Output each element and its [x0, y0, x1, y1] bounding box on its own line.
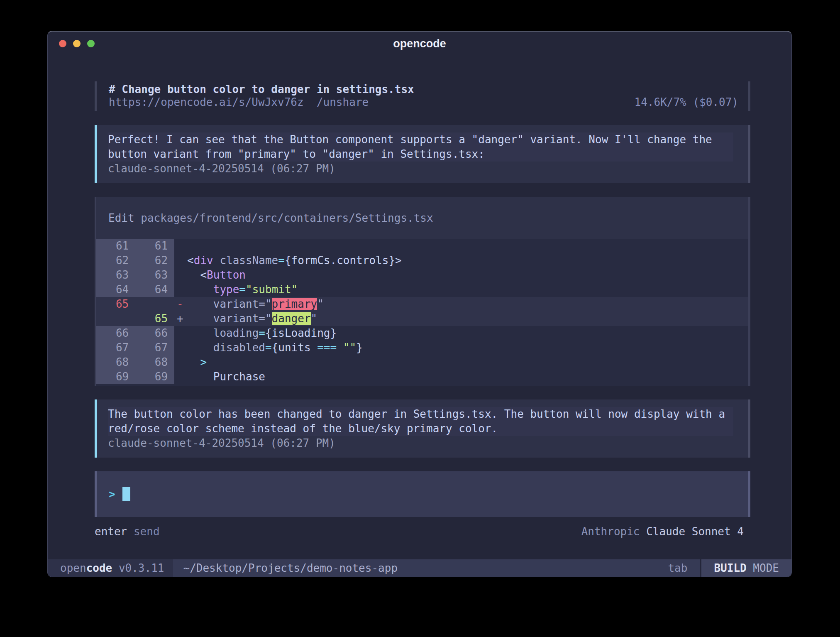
code-line: <Button: [187, 268, 246, 282]
diff-marker: [174, 253, 187, 268]
code-token: "submit": [246, 283, 298, 296]
cwd-segment: ~/Desktop/Projects/demo-notes-app tab: [173, 559, 700, 577]
edit-action-label: Edit: [108, 212, 134, 224]
gutter-old-line-number: 65: [96, 297, 135, 311]
code-token: }: [356, 341, 363, 354]
gutter-old-line-number: 61: [96, 239, 135, 253]
key-hint-tab: tab: [668, 559, 700, 577]
gutter-new-line-number: 61: [135, 239, 174, 253]
code-token: <: [187, 269, 207, 281]
code-token: [213, 254, 220, 267]
diff-marker: [174, 370, 187, 384]
text-cursor: [122, 487, 130, 501]
share-url[interactable]: https://opencode.ai/s/UwJxv76z: [109, 96, 304, 109]
unshare-command: /unshare: [317, 96, 369, 109]
edit-tool-card: Edit packages/frontend/src/containers/Se…: [95, 197, 750, 386]
edit-tool-header: Edit packages/frontend/src/containers/Se…: [96, 197, 748, 239]
status-bar: opencode v0.3.11 ~/Desktop/Projects/demo…: [48, 559, 791, 577]
diff-marker: [174, 355, 187, 370]
close-button[interactable]: [59, 40, 66, 47]
code-line: <div className={formCs.controls}>: [187, 253, 402, 268]
diff-row: 6666 loading={isLoading}: [96, 326, 748, 341]
traffic-lights: [59, 32, 95, 56]
code-token: >: [187, 356, 207, 368]
working-directory: ~/Desktop/Projects/demo-notes-app: [183, 559, 398, 577]
provider-label: Anthropic: [581, 525, 640, 538]
code-token: [337, 341, 343, 354]
code-token: type: [213, 283, 239, 296]
code-token: className: [220, 254, 278, 267]
gutter-new-line-number: 62: [135, 253, 174, 268]
diff-marker: [174, 282, 187, 297]
model-info: Anthropic Claude Sonnet 4: [581, 524, 744, 539]
message-meta: claude-sonnet-4-20250514 (06:27 PM): [108, 162, 733, 176]
gutter-old-line-number: 66: [96, 326, 135, 341]
code-token: {units: [272, 341, 317, 354]
app-version: v0.3.11: [112, 562, 164, 574]
gutter-old-line-number: 69: [96, 370, 135, 384]
diff-marker: [174, 326, 187, 341]
diff-row: 6464 type="submit": [96, 282, 748, 297]
gutter-new-line-number: 63: [135, 268, 174, 282]
code-token: "": [343, 341, 356, 354]
gutter-new-line-number: 67: [135, 341, 174, 355]
diff-row: 6363 <Button: [96, 268, 748, 282]
gutter-new-line-number: 65: [135, 311, 174, 326]
gutter-old-line-number: 64: [96, 282, 135, 297]
code-token: =: [259, 327, 265, 339]
diff-marker: [174, 239, 187, 253]
app-version-segment: opencode v0.3.11: [48, 559, 173, 577]
gutter-old-line-number: [96, 311, 135, 326]
minimize-button[interactable]: [73, 40, 81, 47]
diff-row: 6262<div className={formCs.controls}>: [96, 253, 748, 268]
code-token: Button: [207, 269, 246, 281]
mode-rest-label: MODE: [747, 562, 779, 574]
message-text: Perfect! I can see that the Button compo…: [108, 132, 733, 162]
zoom-button[interactable]: [87, 40, 95, 47]
diff-row: 6767 disabled={units === ""}: [96, 341, 748, 355]
key-hint-enter: enter: [95, 524, 127, 539]
gutter-old-line-number: 68: [96, 355, 135, 370]
diff-row: 6161: [96, 239, 748, 253]
prompt-input[interactable]: >: [95, 471, 750, 517]
code-token: Purchase: [187, 370, 265, 383]
mode-build-label: BUILD: [714, 562, 746, 574]
gutter-new-line-number: 66: [135, 326, 174, 341]
session-header: # Change button color to danger in setti…: [95, 81, 750, 111]
gutter-old-line-number: 62: [96, 253, 135, 268]
edit-file-path: packages/frontend/src/containers/Setting…: [141, 212, 433, 224]
diff-row: 6868 >: [96, 355, 748, 370]
code-line: loading={isLoading}: [187, 326, 337, 341]
context-usage: 14.6K/7% ($0.07): [635, 96, 738, 109]
code-token: variant=": [187, 298, 272, 310]
message-text: The button color has been changed to dan…: [108, 407, 733, 436]
code-line: Purchase: [187, 370, 265, 384]
app-window: opencode # Change button color to danger…: [47, 31, 792, 577]
code-token: =: [278, 254, 285, 267]
diff-row: 65- variant="primary": [96, 297, 748, 311]
prompt-symbol: >: [109, 488, 115, 500]
code-token: [187, 283, 213, 296]
code-token: disabled: [187, 341, 265, 354]
key-hint-action: [127, 524, 134, 539]
code-token: ===: [317, 341, 337, 354]
gutter-old-line-number: 63: [96, 268, 135, 282]
message-meta: claude-sonnet-4-20250514 (06:27 PM): [108, 436, 733, 451]
diff-row: 6969 Purchase: [96, 370, 748, 384]
gutter-new-line-number: 69: [135, 370, 174, 384]
chat-scroll-area[interactable]: # Change button color to danger in setti…: [48, 56, 791, 559]
code-line: type="submit": [187, 282, 298, 297]
session-title: # Change button color to danger in setti…: [109, 83, 738, 96]
mode-badge[interactable]: BUILD MODE: [701, 559, 791, 577]
removed-text-highlight: primary: [272, 298, 317, 310]
code-token: ": [317, 298, 324, 310]
gutter-new-line-number: 68: [135, 355, 174, 370]
window-titlebar: opencode: [48, 32, 791, 56]
assistant-message-1: Perfect! I can see that the Button compo…: [95, 125, 750, 183]
session-subline: https://opencode.ai/s/UwJxv76z /unshare …: [109, 96, 738, 109]
hint-row: enter send Anthropic Claude Sonnet 4: [95, 524, 750, 539]
code-token: =: [239, 283, 246, 296]
assistant-message-2: The button color has been changed to dan…: [95, 399, 750, 458]
diff-marker: [174, 268, 187, 282]
code-token: variant=": [187, 312, 272, 325]
